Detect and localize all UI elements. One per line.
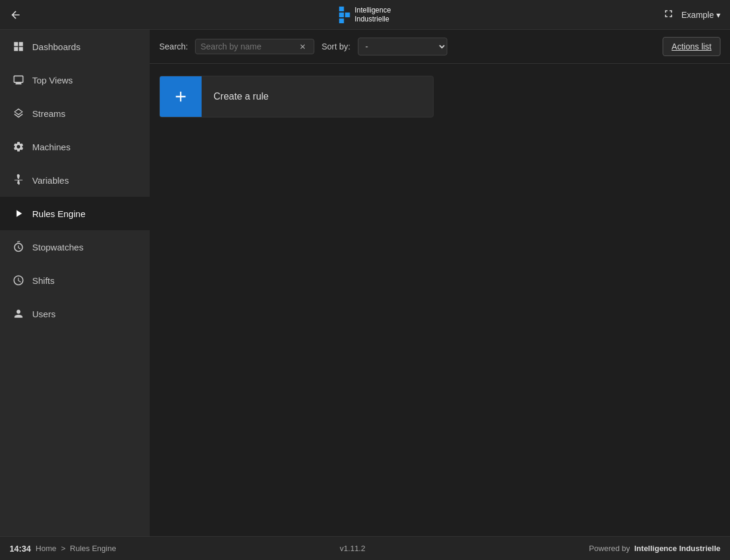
powered-brand: Intelligence Industrielle (635, 544, 720, 553)
workspace-button[interactable]: Example ▾ (682, 10, 720, 20)
plus-icon (172, 88, 189, 105)
logo-area: Intelligence Industrielle (339, 6, 391, 23)
footer-time: 14:34 (10, 544, 31, 553)
back-button[interactable] (10, 9, 21, 21)
create-rule-icon (160, 76, 202, 117)
footer-breadcrumb: Home > Rules Engine (36, 544, 116, 553)
footer-powered: Powered by Intelligence Industrielle (589, 544, 720, 553)
sort-label: Sort by: (321, 42, 350, 51)
sidebar-label-top-views: Top Views (32, 75, 73, 85)
sidebar-label-rules-engine: Rules Engine (32, 209, 85, 219)
breadcrumb-home: Home (36, 544, 57, 553)
actions-list-button[interactable]: Actions list (663, 37, 720, 56)
header-left (10, 9, 21, 21)
sidebar-item-rules-engine[interactable]: Rules Engine (0, 197, 150, 230)
sidebar-label-variables: Variables (32, 175, 69, 185)
gear-icon (12, 141, 25, 153)
layers-icon (12, 107, 25, 119)
logo-text: Intelligence Industrielle (355, 6, 391, 23)
expand-icon (663, 8, 675, 20)
sidebar-item-streams[interactable]: Streams (0, 97, 150, 130)
play-icon (12, 208, 25, 219)
sidebar-item-users[interactable]: Users (0, 297, 150, 330)
sidebar-item-machines[interactable]: Machines (0, 130, 150, 163)
search-input[interactable] (200, 42, 296, 51)
sidebar-item-stopwatches[interactable]: Stopwatches (0, 230, 150, 264)
main-layout: Dashboards Top Views Streams Machines Va (0, 30, 730, 536)
footer-left: 14:34 Home > Rules Engine (10, 544, 116, 553)
search-label: Search: (159, 42, 188, 51)
top-header: Intelligence Industrielle Example ▾ (0, 0, 730, 30)
footer-version: v1.11.2 (340, 544, 366, 553)
powered-prefix: Powered by (589, 544, 630, 553)
sidebar-label-users: Users (32, 309, 55, 319)
sidebar-label-dashboards: Dashboards (32, 42, 81, 52)
rules-grid: Create a rule (150, 64, 730, 536)
sidebar-item-top-views[interactable]: Top Views (0, 63, 150, 97)
sidebar: Dashboards Top Views Streams Machines Va (0, 30, 150, 536)
sidebar-label-streams: Streams (32, 109, 66, 119)
breadcrumb-current: Rules Engine (70, 544, 116, 553)
search-wrapper: ✕ (195, 39, 314, 54)
sidebar-label-shifts: Shifts (32, 276, 55, 286)
sidebar-label-stopwatches: Stopwatches (32, 242, 83, 252)
workspace-label: Example (682, 10, 714, 20)
footer: 14:34 Home > Rules Engine v1.11.2 Powere… (0, 536, 730, 560)
sidebar-label-machines: Machines (32, 142, 70, 152)
expand-button[interactable] (663, 8, 675, 22)
breadcrumb-separator: > (61, 544, 66, 553)
sidebar-item-dashboards[interactable]: Dashboards (0, 30, 150, 63)
monitor-icon (12, 74, 25, 86)
workspace-arrow-icon: ▾ (716, 10, 720, 20)
variables-icon (12, 174, 25, 186)
create-rule-label: Create a rule (202, 91, 281, 102)
grid-icon (12, 41, 25, 52)
sidebar-item-shifts[interactable]: Shifts (0, 264, 150, 297)
search-clear-icon[interactable]: ✕ (299, 42, 306, 51)
stopwatch-icon (12, 241, 25, 253)
sort-select[interactable]: - Name A-Z Name Z-A Date Created (358, 38, 447, 55)
create-rule-card[interactable]: Create a rule (159, 76, 434, 117)
sidebar-item-variables[interactable]: Variables (0, 163, 150, 197)
clock-icon (12, 274, 25, 286)
header-right: Example ▾ (663, 8, 720, 22)
user-icon (12, 308, 25, 320)
content-area: Search: ✕ Sort by: - Name A-Z Name Z-A D… (150, 30, 730, 536)
logo-icon (339, 7, 350, 23)
toolbar: Search: ✕ Sort by: - Name A-Z Name Z-A D… (150, 30, 730, 64)
back-icon (10, 9, 21, 21)
